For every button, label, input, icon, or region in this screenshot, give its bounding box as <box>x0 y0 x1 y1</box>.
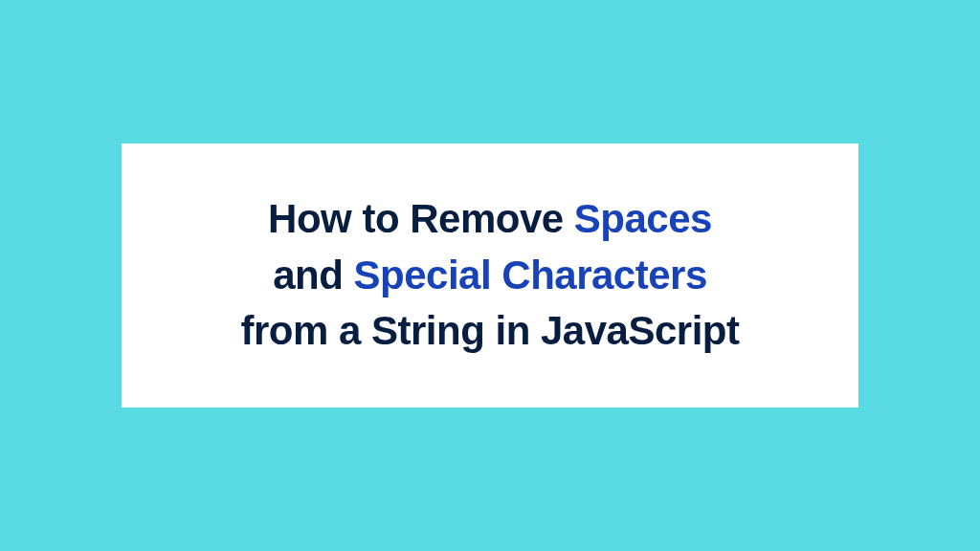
title-card: How to Remove Spaces and Special Charact… <box>122 143 858 408</box>
title-highlight-spaces: Spaces <box>574 196 712 241</box>
title-text-2: and <box>273 253 353 298</box>
title-text-1: How to Remove <box>268 196 574 241</box>
title-highlight-special: Special Characters <box>354 253 707 298</box>
title-text-3: from a String in JavaScript <box>241 308 740 353</box>
page-title: How to Remove Spaces and Special Charact… <box>160 191 820 360</box>
